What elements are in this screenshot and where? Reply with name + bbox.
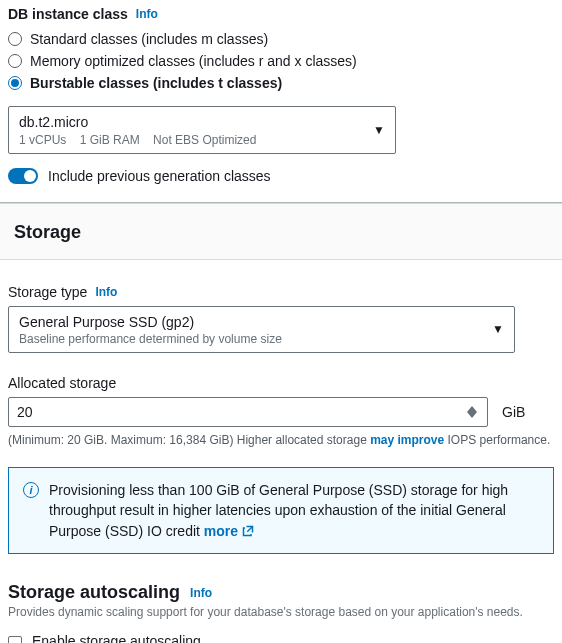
storage-type-select[interactable]: General Purpose SSD (gp2) Baseline perfo…	[8, 306, 515, 354]
chevron-down-icon	[467, 412, 477, 418]
may-improve-link[interactable]: may improve	[370, 433, 444, 447]
include-prev-gen-toggle[interactable]	[8, 168, 38, 184]
storage-panel-header: Storage	[0, 204, 562, 260]
enable-autoscaling-label: Enable storage autoscaling	[32, 633, 541, 643]
storage-autoscaling-info-link[interactable]: Info	[190, 586, 212, 600]
radio-label: Burstable classes (includes t classes)	[30, 75, 282, 91]
radio-icon	[8, 32, 22, 46]
storage-heading: Storage	[14, 222, 548, 243]
allocated-storage-value: 20	[17, 404, 33, 420]
storage-info-alert: i Provisioning less than 100 GiB of Gene…	[8, 467, 554, 554]
db-instance-class-radio-group: Standard classes (includes m classes) Me…	[8, 28, 554, 94]
instance-size-specs: 1 vCPUs 1 GiB RAM Not EBS Optimized	[19, 133, 256, 147]
radio-standard-classes[interactable]: Standard classes (includes m classes)	[8, 28, 554, 50]
caret-down-icon: ▼	[492, 322, 504, 336]
enable-autoscaling-checkbox[interactable]	[8, 636, 22, 643]
caret-down-icon: ▼	[373, 123, 385, 137]
radio-label: Memory optimized classes (includes r and…	[30, 53, 357, 69]
radio-burstable-classes[interactable]: Burstable classes (includes t classes)	[8, 72, 554, 94]
allocated-storage-label: Allocated storage	[8, 375, 116, 391]
storage-autoscaling-title: Storage autoscaling	[8, 582, 180, 603]
storage-type-label: Storage type	[8, 284, 87, 300]
radio-icon	[8, 54, 22, 68]
info-alert-text: Provisioning less than 100 GiB of Genera…	[49, 482, 508, 539]
storage-autoscaling-desc: Provides dynamic scaling support for you…	[0, 603, 562, 619]
allocated-storage-unit: GiB	[502, 404, 525, 420]
radio-icon	[8, 76, 22, 90]
storage-type-info-link[interactable]: Info	[95, 285, 117, 299]
number-stepper[interactable]	[467, 406, 479, 418]
instance-size-value: db.t2.micro	[19, 113, 256, 133]
allocated-storage-input[interactable]: 20	[8, 397, 488, 427]
info-icon: i	[23, 482, 39, 498]
db-instance-class-label: DB instance class	[8, 6, 128, 22]
allocated-storage-hint: (Minimum: 20 GiB. Maximum: 16,384 GiB) H…	[8, 433, 554, 447]
external-link-icon	[242, 525, 254, 537]
instance-size-select[interactable]: db.t2.micro 1 vCPUs 1 GiB RAM Not EBS Op…	[8, 106, 396, 154]
include-prev-gen-label: Include previous generation classes	[48, 168, 271, 184]
db-instance-class-info-link[interactable]: Info	[136, 7, 158, 21]
storage-type-sub: Baseline performance determined by volum…	[19, 332, 282, 346]
radio-memory-optimized-classes[interactable]: Memory optimized classes (includes r and…	[8, 50, 554, 72]
radio-label: Standard classes (includes m classes)	[30, 31, 268, 47]
storage-type-value: General Purpose SSD (gp2)	[19, 313, 282, 333]
info-alert-more-link[interactable]: more	[204, 521, 254, 541]
